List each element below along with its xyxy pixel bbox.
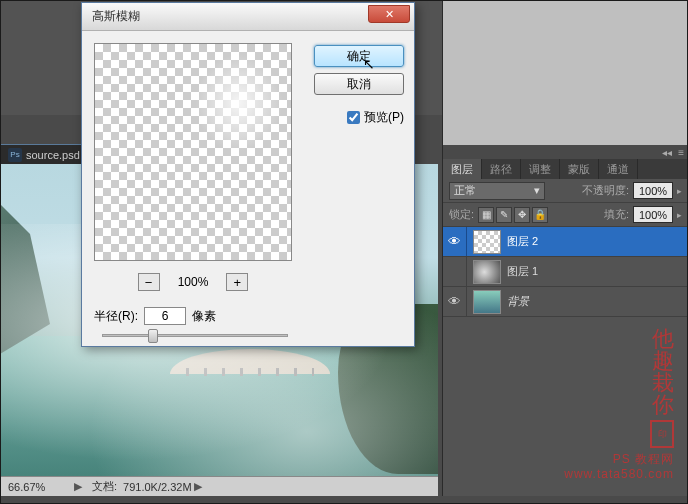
radius-label: 半径(R): — [94, 308, 138, 325]
layer-thumb[interactable] — [473, 230, 501, 254]
preview-checkbox-row[interactable]: 预览(P) — [347, 109, 404, 126]
radius-slider[interactable] — [102, 329, 288, 343]
preview-checkbox[interactable] — [347, 111, 360, 124]
watermark-seal-icon: 印 — [650, 420, 674, 448]
lock-transparency-icon[interactable]: ▦ — [478, 207, 494, 223]
opacity-value[interactable]: 100% — [633, 182, 673, 199]
layers-list: 👁 图层 2 图层 1 👁 背景 — [443, 227, 688, 317]
dialog-titlebar[interactable]: 高斯模糊 ✕ — [82, 3, 414, 31]
panels-area: ◂◂ ≡ 图层 路径 调整 蒙版 通道 正常 ▾ 不透明度: 100% ▸ 锁定… — [442, 145, 688, 496]
fill-arrow-icon[interactable]: ▸ — [677, 210, 682, 220]
watermark-char: 趣 — [652, 350, 674, 372]
ok-button[interactable]: 确定 ↖ — [314, 45, 404, 67]
zoom-out-button[interactable]: − — [138, 273, 160, 291]
watermark-char: 栽 — [652, 372, 674, 394]
preview-checkbox-label: 预览(P) — [364, 109, 404, 126]
doc-info-chevron-icon[interactable]: ▶ — [194, 480, 202, 493]
slider-thumb[interactable] — [148, 329, 158, 343]
cancel-button[interactable]: 取消 — [314, 73, 404, 95]
close-icon: ✕ — [385, 8, 394, 21]
tab-mask[interactable]: 蒙版 — [560, 159, 599, 179]
blend-mode-value: 正常 — [454, 183, 476, 198]
lock-label: 锁定: — [449, 207, 474, 222]
radius-input[interactable] — [144, 307, 186, 325]
preview-zoom-level: 100% — [178, 275, 209, 289]
visibility-toggle[interactable]: 👁 — [443, 227, 467, 256]
zoom-arrow-icon[interactable]: ▶ — [70, 480, 86, 493]
layer-name[interactable]: 背景 — [507, 294, 688, 309]
dialog-title: 高斯模糊 — [92, 8, 140, 25]
lock-all-icon[interactable]: 🔒 — [532, 207, 548, 223]
visibility-toggle[interactable]: 👁 — [443, 287, 467, 316]
layer-row[interactable]: 图层 1 — [443, 257, 688, 287]
preview-area[interactable] — [94, 43, 292, 261]
ps-file-icon: Ps — [8, 148, 22, 162]
blend-opacity-row: 正常 ▾ 不透明度: 100% ▸ — [443, 179, 688, 203]
radius-unit: 像素 — [192, 308, 216, 325]
lock-fill-row: 锁定: ▦ ✎ ✥ 🔒 填充: 100% ▸ — [443, 203, 688, 227]
layer-thumb[interactable] — [473, 260, 501, 284]
panel-menu-icon[interactable]: ≡ — [678, 147, 684, 158]
lock-brush-icon[interactable]: ✎ — [496, 207, 512, 223]
watermark-site1: PS 教程网 — [564, 452, 674, 467]
panel-top-strip: ◂◂ ≡ — [443, 145, 688, 159]
dialog-close-button[interactable]: ✕ — [368, 5, 410, 23]
dialog-buttons: 确定 ↖ 取消 — [314, 45, 404, 95]
tab-paths[interactable]: 路径 — [482, 159, 521, 179]
status-bar: 66.67% ▶ 文档: 791.0K/2.32M ▶ — [0, 476, 438, 496]
zoom-level[interactable]: 66.67% — [0, 481, 70, 493]
watermark: 他 趣 栽 你 印 PS 教程网 www.tata580.com — [564, 328, 674, 482]
layer-name[interactable]: 图层 2 — [507, 234, 688, 249]
document-title: source.psd — [26, 149, 80, 161]
layer-row[interactable]: 👁 背景 — [443, 287, 688, 317]
lock-move-icon[interactable]: ✥ — [514, 207, 530, 223]
ok-button-label: 确定 — [347, 48, 371, 65]
zoom-in-button[interactable]: + — [226, 273, 248, 291]
lock-icons: ▦ ✎ ✥ 🔒 — [478, 207, 548, 223]
gaussian-blur-dialog: 高斯模糊 ✕ − 100% + 半径(R): 像素 确定 ↖ 取消 — [81, 2, 415, 347]
preview-zoom-controls: − 100% + — [104, 273, 282, 291]
canvas-background-right — [442, 0, 688, 145]
cancel-button-label: 取消 — [347, 76, 371, 93]
watermark-char: 他 — [652, 328, 674, 350]
tab-channels[interactable]: 通道 — [599, 159, 638, 179]
layer-thumb[interactable] — [473, 290, 501, 314]
opacity-label: 不透明度: — [582, 183, 629, 198]
layer-name[interactable]: 图层 1 — [507, 264, 688, 279]
watermark-char: 你 — [652, 394, 674, 416]
watermark-site2: www.tata580.com — [564, 467, 674, 482]
blend-mode-select[interactable]: 正常 ▾ — [449, 182, 545, 200]
tab-layers[interactable]: 图层 — [443, 159, 482, 179]
dialog-body: − 100% + 半径(R): 像素 确定 ↖ 取消 预览(P) — [82, 31, 414, 346]
fill-label: 填充: — [604, 207, 629, 222]
panel-tabs: 图层 路径 调整 蒙版 通道 — [443, 159, 688, 179]
layer-row[interactable]: 👁 图层 2 — [443, 227, 688, 257]
doc-info-value: 791.0K/2.32M — [123, 481, 192, 493]
document-tab[interactable]: Ps source.psd — [0, 144, 88, 164]
slider-track — [102, 334, 288, 337]
tab-adjust[interactable]: 调整 — [521, 159, 560, 179]
fill-value[interactable]: 100% — [633, 206, 673, 223]
visibility-toggle[interactable] — [443, 257, 467, 286]
panel-collapse-icon[interactable]: ◂◂ — [662, 147, 672, 158]
chevron-down-icon: ▾ — [534, 184, 540, 197]
radius-row: 半径(R): 像素 — [94, 307, 216, 325]
opacity-arrow-icon[interactable]: ▸ — [677, 186, 682, 196]
doc-info-label: 文档: — [86, 479, 123, 494]
